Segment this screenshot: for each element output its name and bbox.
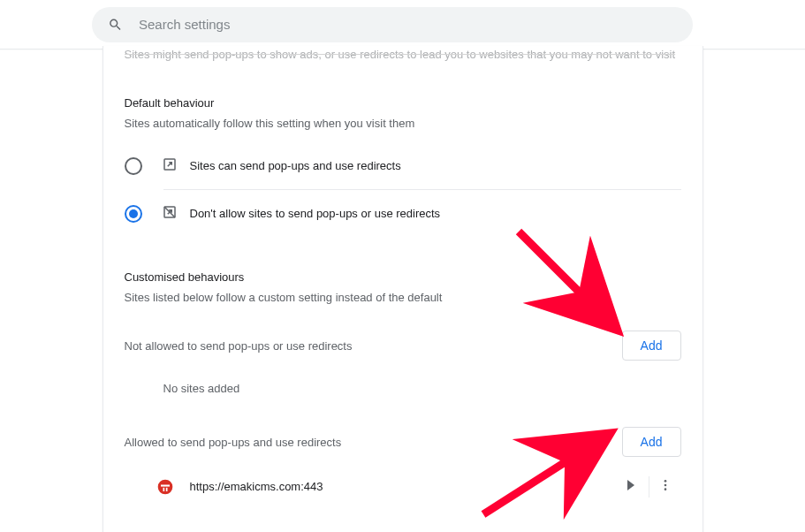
- radio-allow-label: Sites can send pop-ups and use redirects: [190, 159, 401, 172]
- search-input[interactable]: [139, 17, 677, 32]
- radio-allow-popups[interactable]: Sites can send pop-ups and use redirects: [125, 142, 681, 189]
- svg-point-6: [664, 480, 666, 483]
- svg-rect-4: [163, 487, 164, 490]
- search-icon: [108, 17, 123, 33]
- open-in-new-icon: [162, 156, 178, 175]
- radio-block-popups[interactable]: Don't allow sites to send pop-ups or use…: [125, 190, 681, 237]
- svg-point-7: [664, 484, 666, 487]
- block-popups-icon: [162, 204, 178, 223]
- more-icon[interactable]: [649, 469, 681, 504]
- settings-search[interactable]: [92, 7, 693, 42]
- site-url: https://emakicms.com:443: [190, 480, 597, 493]
- add-not-allowed-button[interactable]: Add: [622, 331, 681, 361]
- not-allowed-label: Not allowed to send pop-ups or use redir…: [125, 339, 353, 353]
- default-heading: Default behaviour: [125, 96, 681, 110]
- not-allowed-row: Not allowed to send pop-ups or use redir…: [125, 331, 681, 361]
- default-sub: Sites automatically follow this setting …: [125, 117, 681, 130]
- allowed-row: Allowed to send pop-ups and use redirect…: [125, 427, 681, 457]
- no-sites-text: No sites added: [125, 361, 681, 406]
- intro-text: Sites might send pop-ups to show ads, or…: [125, 42, 681, 63]
- chevron-right-icon[interactable]: [613, 471, 649, 502]
- allowed-label: Allowed to send pop-ups and use redirect…: [125, 436, 342, 449]
- add-allowed-button[interactable]: Add: [622, 427, 681, 457]
- radio-icon: [125, 205, 142, 223]
- svg-point-8: [664, 488, 666, 490]
- settings-card: Sites might send pop-ups to show ads, or…: [103, 46, 703, 532]
- site-favicon-icon: [156, 478, 174, 496]
- custom-heading: Customised behaviours: [125, 270, 681, 284]
- svg-rect-5: [165, 487, 167, 490]
- svg-point-2: [157, 479, 172, 494]
- svg-rect-3: [161, 484, 170, 486]
- radio-icon: [125, 157, 142, 175]
- custom-sub: Sites listed below follow a custom setti…: [125, 291, 681, 304]
- radio-block-label: Don't allow sites to send pop-ups or use…: [190, 207, 441, 220]
- allowed-site-row[interactable]: https://emakicms.com:443: [125, 457, 681, 516]
